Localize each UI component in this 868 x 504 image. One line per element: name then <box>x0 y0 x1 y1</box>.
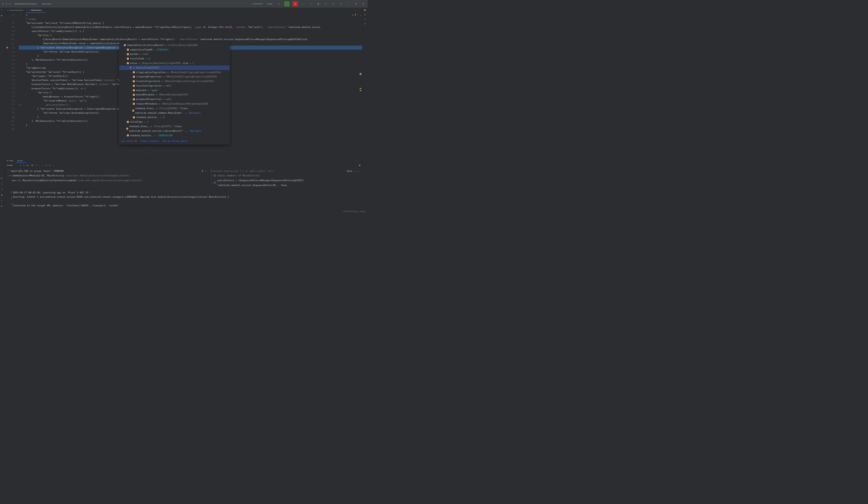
chevron-down-icon[interactable]: ⌄ <box>353 169 355 173</box>
tree-row[interactable]: fvalueType = 3 <box>120 120 230 124</box>
gradle-icon[interactable]: ◫ <box>364 14 365 15</box>
project-icon[interactable]: ▢ <box>1 9 3 12</box>
more-icon[interactable]: ⋮ <box>53 164 54 166</box>
tree-row[interactable]: ›fclippingConfiguration = {MediaItem$Cli… <box>120 70 230 74</box>
chevron-down-icon[interactable]: ⌄ <box>124 61 126 65</box>
chevron-down-icon[interactable]: ⌄ <box>358 169 360 173</box>
git-icon[interactable]: ⎇ <box>1 189 3 191</box>
stack-frame[interactable]: run:-1, MainActivity$$ExternalSyntheticL… <box>5 178 208 183</box>
close-icon[interactable] <box>2 3 3 4</box>
tree-row[interactable]: ⌄fvalue = {RegularImmutableList@24289} s… <box>120 61 230 65</box>
inspection-summary[interactable]: ⚠ 4 ⌃ ⌄ <box>352 13 361 16</box>
close-icon[interactable]: × <box>43 9 43 11</box>
close-icon[interactable]: × <box>23 160 24 161</box>
stack-frame[interactable]: ↩ lambda$searchMedia$2:63, MainActivity … <box>5 173 208 178</box>
down-icon[interactable]: ↓ <box>11 196 13 200</box>
tree-row[interactable]: ›frequestMetadata = {MediaItem$RequestMe… <box>120 101 230 106</box>
filter-icon[interactable]: ⚲ <box>202 169 203 173</box>
chevron-right-icon[interactable]: › <box>211 180 213 185</box>
tree-row[interactable]: ›fshadow$_klass_ = {Class@21875} "class … <box>120 124 230 133</box>
chevron-down-icon[interactable]: ⌄ <box>204 169 206 173</box>
tree-row[interactable]: fcompletionTimeMs = 97607047 <box>120 48 230 52</box>
tree-row[interactable]: fparams = null <box>120 52 230 57</box>
runconfig-dropdown[interactable]: ▣ app ⌄ <box>267 3 273 4</box>
run-icon[interactable]: ▶ <box>1 178 3 180</box>
step-into-icon[interactable]: ↓ <box>39 164 40 166</box>
debug-tab-title[interactable]: ▶ Debug <box>5 159 16 163</box>
mute-breakpoints-icon[interactable]: ⊘ <box>49 164 50 166</box>
structure-icon[interactable]: ◧ <box>1 15 3 17</box>
chevron-right-icon[interactable]: › <box>124 127 125 131</box>
code-with-me-icon[interactable]: ◧ <box>316 2 320 6</box>
tree-row[interactable]: ›fclippingProperties = {MediaItem$Clippi… <box>120 74 230 79</box>
thread-row[interactable]: ✓ "main"@21,584 in group "main": RUNNING… <box>5 169 208 173</box>
tab-mainactivity[interactable]: MainActivity.java × <box>26 8 46 13</box>
chevron-up-icon[interactable]: ⌃ <box>357 13 359 16</box>
var-row[interactable]: › ⓢ static members of MainActivity <box>209 173 362 178</box>
chevron-right-icon[interactable]: › <box>130 93 132 97</box>
create-renderer-link[interactable]: Create renderer <box>140 139 159 143</box>
emulator-icon[interactable]: ◱ <box>364 23 365 24</box>
debug-runconfig-tab[interactable]: ▣ app × <box>16 159 27 163</box>
bell-icon[interactable]: 🔔 <box>364 9 366 11</box>
sync-icon[interactable]: ⟲ <box>339 2 343 6</box>
set-value-link[interactable]: Set value F2 <box>121 139 137 143</box>
tree-row[interactable]: fshadow$_monitor_ = 0 <box>120 115 230 120</box>
chevron-right-icon[interactable]: › <box>130 108 131 113</box>
console[interactable]: ↑ ↓ ↩ 2024-04-17 08:45:30: Launching app… <box>5 189 362 209</box>
git-update-icon[interactable]: ⇪ <box>309 2 313 6</box>
restart-button[interactable]: ⟳ <box>277 2 281 6</box>
chevron-down-icon[interactable]: ⌄ <box>121 43 123 48</box>
stop-button[interactable]: ■ <box>292 1 298 6</box>
tree-row[interactable]: ›fplaybackProperties = null <box>120 97 230 101</box>
step-over-icon[interactable]: ↷ <box>36 164 37 166</box>
vars-panel[interactable]: Evaluate expression (⏎) or add a watch (… <box>209 168 362 189</box>
chevron-right-icon[interactable]: › <box>211 173 213 178</box>
tree-row[interactable]: ›fliveConfiguration = {MediaItem$LiveCon… <box>120 79 230 83</box>
bug-icon[interactable]: ✶ <box>331 2 335 6</box>
vcs-dropdown[interactable]: Version control ⌄ <box>42 3 53 4</box>
eval-row[interactable]: Evaluate expression (⏎) or add a watch (… <box>209 169 362 173</box>
wrap-icon[interactable]: ↩ <box>11 202 13 206</box>
device-icon[interactable]: ▯ <box>364 18 365 20</box>
resume-icon[interactable]: ▶❙ <box>27 164 29 166</box>
search-icon[interactable]: ⌕ <box>346 2 350 6</box>
up-icon[interactable]: ↑ <box>11 190 13 194</box>
code-line[interactable]: "kw">try { <box>19 33 362 37</box>
project-dropdown[interactable]: MediaLibraryServiceTestApplication ⌄ <box>15 3 39 4</box>
view-breakpoints-icon[interactable]: ◉ <box>45 164 47 166</box>
code-line[interactable]: 1 usage <box>19 17 362 21</box>
breakpoint-icon[interactable] <box>6 47 8 49</box>
stop-icon[interactable]: ■ <box>23 164 24 166</box>
add-icon[interactable]: + <box>356 169 357 173</box>
chevron-down-icon[interactable]: ⌄ <box>360 13 361 16</box>
chevron-right-icon[interactable]: › <box>130 88 132 93</box>
tree-row[interactable]: ›fmediaId = "game" <box>120 88 230 93</box>
rerun-icon[interactable]: ⟳ <box>20 164 21 166</box>
value-tooltip[interactable]: ⌄pimmutableListLibraryResult = {LibraryR… <box>119 42 230 144</box>
gear-icon[interactable]: ⚙ <box>354 2 358 6</box>
tab-playback[interactable]: PlaybackService.java <box>5 8 26 13</box>
more-icon[interactable]: ⋯ <box>1 20 3 23</box>
pause-icon[interactable]: ❙❙ <box>31 164 33 166</box>
var-row[interactable]: › ⓟ searchFuture = {SequencedFutureManag… <box>209 178 362 188</box>
tree-row[interactable]: ⌄0 = {MediaItem@24293} <box>120 65 230 70</box>
tree-row[interactable]: ⌄pimmutableListLibraryResult = {LibraryR… <box>120 43 230 48</box>
terminal-icon[interactable]: ▣ <box>1 194 3 197</box>
chevron-right-icon[interactable]: › <box>130 70 132 74</box>
tree-row[interactable]: ›fmediaMetadata = {MediaMetadata@24297} <box>120 93 230 97</box>
code-line[interactable]: searchFuture."fn">addListener(() -> { <box>19 29 362 33</box>
chevron-right-icon[interactable]: › <box>130 79 132 83</box>
chevron-right-icon[interactable]: › <box>130 97 132 101</box>
code-line[interactable]: ListenableFuture<LibraryResult<Immutable… <box>19 25 362 29</box>
chevron-right-icon[interactable]: › <box>130 101 132 106</box>
code-line[interactable]: LibraryResult<ImmutableList<MediaItem>> … <box>19 37 362 41</box>
tree-row[interactable]: fresultCode = 0 <box>120 56 230 61</box>
code-line[interactable]: "kw">private "kw">void "fn">searchMedia(… <box>19 21 362 25</box>
tree-row[interactable]: fshadow$_monitor_ = -2068583299 <box>120 133 230 138</box>
layout-icon[interactable]: ▦ <box>359 164 360 166</box>
problems-icon[interactable]: ⚠ <box>1 200 3 202</box>
chevron-right-icon[interactable]: › <box>130 74 132 79</box>
frames-panel[interactable]: ✓ "main"@21,584 in group "main": RUNNING… <box>5 168 209 189</box>
profiler-icon[interactable]: ◆ <box>1 205 3 208</box>
